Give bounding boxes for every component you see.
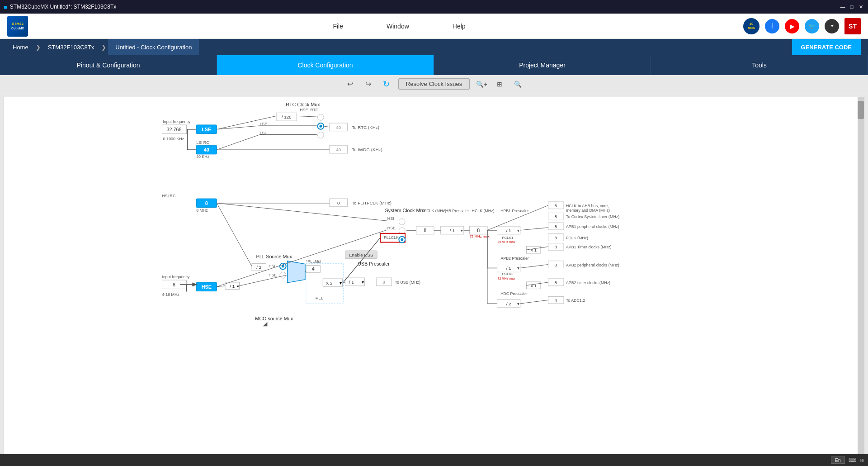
svg-text:4: 4 (555, 298, 557, 303)
menu-items: File Window Help (55, 21, 743, 32)
social-icons: 10ANS f ▶ 🐦 ✦ ST (743, 18, 861, 34)
svg-text:▾: ▾ (237, 284, 239, 289)
svg-text:HSI RC: HSI RC (162, 194, 176, 198)
svg-text:▾: ▾ (362, 280, 364, 285)
close-button[interactable]: ✕ (857, 3, 864, 10)
redo-button[interactable]: ↪ (362, 78, 375, 90)
scrollbar[interactable] (858, 97, 864, 462)
svg-text:▾: ▾ (517, 301, 519, 306)
svg-text:4: 4 (312, 266, 315, 271)
svg-point-134 (280, 272, 286, 278)
undo-button[interactable]: ↩ (344, 78, 357, 90)
svg-text:*PLLMul: *PLLMul (306, 259, 321, 264)
svg-point-132 (282, 265, 284, 268)
st-logo[interactable]: ST (844, 18, 861, 34)
svg-text:To FLITFCLK (MHz): To FLITFCLK (MHz) (352, 200, 392, 205)
twitter-icon[interactable]: 🐦 (805, 19, 819, 33)
svg-text:8: 8 (555, 214, 557, 219)
svg-text:PCLK2: PCLK2 (502, 272, 513, 276)
svg-text:8 MHz: 8 MHz (196, 208, 208, 213)
svg-text:8: 8 (173, 282, 175, 287)
svg-text:40: 40 (204, 147, 209, 152)
svg-text:4-16 MHz: 4-16 MHz (162, 292, 179, 297)
fit-button[interactable]: ⊞ (493, 78, 506, 90)
app-icon: ■ (4, 4, 7, 10)
logo-icon: STM32 CubeMX (7, 16, 28, 37)
svg-text:/ 1: / 1 (230, 284, 235, 289)
zoom-out-button[interactable]: 🔍 (511, 78, 524, 90)
facebook-icon[interactable]: f (765, 19, 779, 33)
breadcrumb-chip[interactable]: STM32F103C8Tx (42, 44, 100, 51)
menu-help[interactable]: Help (449, 21, 469, 32)
svg-point-31 (317, 114, 324, 120)
svg-text:8: 8 (555, 280, 557, 285)
maximize-button[interactable]: □ (848, 3, 855, 10)
svg-text:/ 1: / 1 (506, 228, 511, 233)
zoom-in-button[interactable]: 🔍+ (475, 78, 488, 90)
status-bar: En ⌨ ≋ (0, 454, 868, 466)
resolve-clock-issues-button[interactable]: Resolve Clock Issues (398, 78, 470, 90)
svg-text:PLL: PLL (316, 295, 324, 300)
svg-text:Input frequency: Input frequency (162, 275, 189, 279)
svg-text:To RTC (KHz): To RTC (KHz) (352, 125, 379, 130)
tab-clock[interactable]: Clock Configuration (217, 55, 434, 75)
svg-text:HSE_RTC: HSE_RTC (300, 108, 319, 112)
svg-text:X 2: X 2 (326, 281, 333, 285)
svg-text:APB1 peripheral clocks (MHz): APB1 peripheral clocks (MHz) (566, 224, 619, 229)
svg-text:APB2 timer clocks (MHz): APB2 timer clocks (MHz) (566, 281, 610, 285)
svg-text:HSI: HSI (387, 216, 394, 221)
svg-text:▾: ▾ (517, 228, 519, 233)
svg-point-56 (401, 238, 403, 241)
svg-text:8: 8 (337, 200, 340, 205)
svg-text:PLLCLK: PLLCLK (384, 235, 399, 240)
clock-diagram-svg: Input frequency 32.768 0-1000 KHz LSE LS… (4, 97, 864, 462)
svg-text:USB Prescaler: USB Prescaler (358, 261, 390, 266)
language-badge[interactable]: En (831, 456, 845, 464)
svg-rect-0 (150, 97, 718, 462)
svg-text:/ 1: / 1 (450, 228, 455, 233)
svg-text:APB2 peripheral clocks (MHz): APB2 peripheral clocks (MHz) (566, 263, 619, 267)
svg-text:72 MHz max: 72 MHz max (470, 234, 490, 238)
svg-text:PLL Source Mux: PLL Source Mux (256, 254, 292, 259)
svg-text:32.768: 32.768 (166, 127, 181, 132)
svg-marker-135 (288, 261, 305, 283)
svg-text:▾: ▾ (340, 281, 342, 285)
svg-text:8: 8 (555, 262, 557, 267)
svg-text:To IWDG (KHz): To IWDG (KHz) (352, 147, 382, 152)
title-bar: ■ STM32CubeMX Untitled*: STM32F103C8Tx —… (0, 0, 868, 14)
svg-text:To Cortex System timer (MHz): To Cortex System timer (MHz) (566, 214, 619, 219)
svg-point-34 (319, 125, 322, 128)
svg-text:/ 1: / 1 (349, 280, 354, 285)
svg-text:MCO source Mux: MCO source Mux (255, 316, 293, 321)
svg-text:HSI: HSI (269, 264, 275, 268)
svg-text:72 MHz max: 72 MHz max (498, 277, 515, 280)
status-right: En ⌨ ≋ (831, 456, 864, 464)
svg-text:8: 8 (555, 235, 557, 240)
anniversary-badge: 10ANS (743, 18, 760, 34)
svg-text:RTC Clock Mux: RTC Clock Mux (286, 102, 320, 107)
minimize-button[interactable]: — (839, 3, 846, 10)
svg-text:▾: ▾ (517, 266, 519, 271)
svg-text:LSE: LSE (202, 127, 211, 132)
svg-text:HSE: HSE (202, 284, 212, 290)
svg-text:FCLK (MHz): FCLK (MHz) (566, 236, 588, 240)
svg-text:PCLK1: PCLK1 (502, 236, 513, 240)
svg-point-52 (399, 228, 405, 234)
svg-text:APB1 Timer clocks (MHz): APB1 Timer clocks (MHz) (566, 245, 612, 249)
tab-tools[interactable]: Tools (651, 55, 868, 75)
svg-text:/ 1: / 1 (506, 266, 511, 271)
refresh-button[interactable]: ↻ (380, 78, 393, 90)
tab-pinout[interactable]: Pinout & Configuration (0, 55, 217, 75)
svg-text:ADC Prescaler: ADC Prescaler (500, 291, 527, 296)
breadcrumb-home[interactable]: Home (7, 44, 34, 51)
svg-text:HCLK to AHB bus, core,: HCLK to AHB bus, core, (566, 204, 609, 208)
youtube-icon[interactable]: ▶ (785, 19, 799, 33)
svg-text:8: 8 (555, 203, 557, 208)
clock-diagram[interactable]: Input frequency 32.768 0-1000 KHz LSE LS… (4, 97, 864, 462)
window-title: STM32CubeMX Untitled*: STM32F103C8Tx (10, 4, 116, 10)
tab-project[interactable]: Project Manager (434, 55, 651, 75)
network-icon[interactable]: ✦ (825, 19, 839, 33)
generate-code-button[interactable]: GENERATE CODE (792, 39, 861, 55)
menu-window[interactable]: Window (383, 21, 413, 32)
menu-file[interactable]: File (329, 21, 347, 32)
